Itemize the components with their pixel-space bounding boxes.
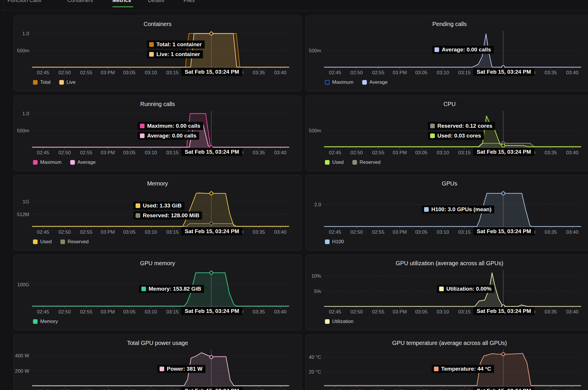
svg-text:03:35: 03:35 — [545, 309, 557, 315]
chart-tooltip: Power: 381 W — [157, 365, 206, 375]
crosshair-date-tooltip: Sat Feb 15, 03:24 PM — [473, 68, 535, 76]
svg-text:03:35: 03:35 — [253, 70, 265, 75]
legend-label: Total — [40, 79, 51, 85]
svg-text:03:15: 03:15 — [458, 309, 471, 315]
tooltip-series-swatch-icon — [149, 42, 154, 47]
svg-text:02:45: 02:45 — [329, 70, 341, 75]
tooltip-series-swatch-icon — [136, 203, 140, 208]
svg-text:03:05: 03:05 — [123, 309, 136, 315]
legend-item-live[interactable]: Live — [59, 79, 75, 85]
svg-text:02:50: 02:50 — [350, 70, 363, 75]
tab-files[interactable]: Files — [184, 0, 195, 3]
legend-label: Average — [77, 159, 96, 165]
chart-gpu-temperature[interactable]: 40 °C20 °C02:4502:5002:5503 PM03:0503:10… — [306, 335, 588, 390]
svg-text:03:15: 03:15 — [166, 229, 179, 235]
svg-text:03:05: 03:05 — [123, 150, 136, 155]
tooltip-series-swatch-icon — [140, 133, 145, 138]
tooltip-line: Utilization: 0.00% — [437, 285, 494, 293]
legend-swatch-icon — [325, 80, 330, 85]
svg-text:02:45: 02:45 — [329, 229, 341, 235]
svg-text:02:55: 02:55 — [372, 150, 384, 155]
svg-text:03:10: 03:10 — [437, 70, 449, 75]
tab-bar-left-edge — [3, 0, 4, 10]
legend-item-used[interactable]: Used — [325, 159, 344, 165]
tooltip-line: Used: 0.03 cores — [428, 132, 484, 140]
tooltip-text: Used: 1.33 GiB — [143, 203, 182, 209]
svg-text:500m: 500m — [17, 128, 29, 133]
svg-text:03:15: 03:15 — [458, 389, 471, 390]
legend-item-reserved[interactable]: Reserved — [352, 159, 381, 165]
svg-text:03 PM: 03 PM — [393, 229, 407, 235]
tooltip-series-swatch-icon — [434, 367, 439, 371]
svg-text:03:35: 03:35 — [545, 150, 557, 155]
tab-function-calls[interactable]: Function Calls — [8, 0, 41, 3]
svg-text:40 °C: 40 °C — [309, 354, 321, 360]
tab-metrics[interactable]: Metrics — [112, 0, 131, 3]
svg-text:03 PM: 03 PM — [393, 150, 407, 155]
tooltip-line: Live: 1 container — [147, 50, 203, 58]
svg-text:02:55: 02:55 — [372, 309, 384, 315]
legend-item-maximum[interactable]: Maximum — [33, 159, 62, 165]
svg-text:03:15: 03:15 — [166, 309, 179, 315]
svg-text:02:55: 02:55 — [80, 229, 93, 235]
tooltip-series-swatch-icon — [434, 47, 439, 52]
chart-card-pending-calls: Pending calls500m02:4502:5002:5503 PM03:… — [306, 16, 588, 91]
tooltip-text: Temperature: 44 °C — [441, 366, 491, 372]
svg-text:03:05: 03:05 — [123, 389, 136, 390]
legend-item-average[interactable]: Average — [70, 159, 96, 165]
tooltip-text: Maximum: 0.00 calls — [147, 123, 200, 129]
svg-text:03:05: 03:05 — [123, 70, 136, 75]
tooltip-text: Used: 0.03 cores — [437, 133, 481, 139]
metrics-page: { "page": { "background": "#131315", "ca… — [0, 0, 588, 390]
svg-text:03 PM: 03 PM — [393, 70, 407, 75]
legend-item-average[interactable]: Average — [362, 79, 388, 85]
svg-text:03:40: 03:40 — [274, 229, 286, 235]
tooltip-series-swatch-icon — [140, 124, 145, 128]
tooltip-line: H100: 3.0 GPUs (mean) — [422, 205, 494, 213]
legend-item-utilization[interactable]: Utilization — [325, 319, 354, 324]
chart-legend: H100 — [325, 239, 344, 245]
svg-text:03:35: 03:35 — [545, 70, 557, 75]
svg-text:03:15: 03:15 — [458, 229, 471, 235]
legend-item-maximum[interactable]: Maximum — [325, 79, 354, 85]
svg-text:02:50: 02:50 — [58, 70, 71, 75]
svg-text:03:40: 03:40 — [274, 389, 286, 390]
svg-text:03:10: 03:10 — [145, 150, 157, 155]
tab-containers[interactable]: Containers — [67, 0, 93, 3]
svg-text:02:50: 02:50 — [58, 150, 71, 155]
legend-item-total[interactable]: Total — [33, 79, 51, 85]
svg-text:03:40: 03:40 — [566, 229, 578, 235]
crosshair-date-tooltip: Sat Feb 15, 03:24 PM — [181, 148, 243, 156]
tooltip-series-swatch-icon — [136, 213, 140, 218]
svg-text:02:55: 02:55 — [80, 309, 93, 315]
svg-text:03:10: 03:10 — [437, 309, 449, 315]
legend-item-reserved[interactable]: Reserved — [60, 239, 89, 245]
legend-swatch-icon — [33, 239, 38, 244]
legend-item-used[interactable]: Used — [33, 239, 52, 245]
tooltip-text: Live: 1 container — [156, 51, 200, 57]
svg-text:03:40: 03:40 — [566, 389, 578, 390]
svg-text:03 PM: 03 PM — [393, 309, 407, 315]
chart-tooltip: Reserved: 0.12 coresUsed: 0.03 cores — [428, 122, 495, 142]
svg-text:03:05: 03:05 — [415, 150, 428, 155]
legend-item-h100[interactable]: H100 — [325, 239, 344, 245]
tooltip-line: Average: 0.00 calls — [432, 46, 494, 54]
svg-text:03:35: 03:35 — [253, 389, 265, 390]
tooltip-series-swatch-icon — [149, 52, 154, 57]
svg-text:02:45: 02:45 — [329, 150, 341, 155]
svg-text:03:40: 03:40 — [566, 309, 578, 315]
svg-text:03 PM: 03 PM — [393, 389, 407, 390]
svg-text:03:05: 03:05 — [415, 70, 428, 75]
tooltip-text: Average: 0.00 calls — [442, 47, 491, 53]
legend-item-memory[interactable]: Memory — [33, 319, 58, 324]
legend-swatch-icon — [70, 160, 75, 165]
chart-card-cpu: CPU500m02:4502:5002:5503 PM03:0503:1003:… — [306, 96, 588, 171]
svg-text:02:55: 02:55 — [372, 389, 384, 390]
tab-details[interactable]: Details — [148, 0, 164, 3]
svg-text:2.0: 2.0 — [314, 202, 321, 207]
chart-tooltip: Total: 1 containerLive: 1 container — [147, 40, 205, 60]
svg-text:03:10: 03:10 — [437, 229, 449, 235]
chart-gpu-power[interactable]: 400 W200 W02:4502:5002:5503 PM03:0503:10… — [14, 335, 302, 390]
legend-swatch-icon — [362, 80, 367, 85]
svg-text:03:10: 03:10 — [145, 70, 157, 75]
